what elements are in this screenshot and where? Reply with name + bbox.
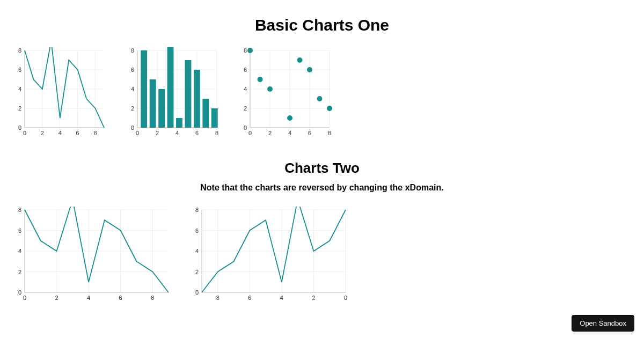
svg-text:2: 2	[195, 269, 199, 275]
svg-point-81	[307, 67, 312, 72]
chart-line-2a: 0246802468	[11, 207, 172, 303]
note-text: Note that the charts are reversed by cha…	[0, 183, 644, 193]
svg-text:2: 2	[18, 105, 21, 112]
section-title-2: Charts Two	[0, 160, 644, 177]
svg-text:6: 6	[308, 130, 311, 136]
svg-text:2: 2	[244, 105, 247, 112]
svg-text:4: 4	[131, 86, 134, 92]
svg-rect-47	[167, 47, 174, 128]
svg-text:4: 4	[288, 130, 291, 136]
chart-row-1: 0246802468 0246802468 0246802468	[0, 47, 644, 138]
svg-text:0: 0	[344, 295, 347, 301]
svg-text:2: 2	[312, 295, 315, 301]
svg-text:0: 0	[136, 130, 139, 136]
chart-line-1: 0246802468	[11, 47, 107, 138]
svg-text:8: 8	[18, 207, 21, 213]
svg-point-83	[327, 106, 332, 111]
svg-text:8: 8	[18, 47, 21, 54]
svg-text:0: 0	[18, 289, 21, 296]
svg-text:4: 4	[18, 248, 21, 254]
svg-point-75	[247, 48, 253, 53]
svg-text:8: 8	[244, 47, 247, 54]
svg-text:6: 6	[76, 130, 79, 136]
svg-text:2: 2	[41, 130, 44, 136]
svg-text:0: 0	[195, 289, 199, 296]
svg-text:8: 8	[328, 130, 331, 136]
svg-point-80	[297, 57, 303, 63]
svg-text:0: 0	[244, 124, 247, 131]
svg-text:8: 8	[131, 47, 134, 54]
svg-rect-50	[194, 70, 200, 128]
svg-text:2: 2	[156, 130, 159, 136]
svg-text:4: 4	[195, 248, 199, 254]
svg-point-77	[267, 86, 273, 92]
svg-rect-44	[141, 50, 147, 128]
section-title-1: Basic Charts One	[0, 16, 644, 34]
svg-rect-45	[150, 79, 156, 128]
svg-text:4: 4	[58, 130, 62, 136]
svg-text:6: 6	[119, 295, 122, 301]
svg-text:2: 2	[268, 130, 272, 136]
svg-point-79	[287, 115, 292, 121]
svg-text:8: 8	[93, 130, 97, 136]
svg-text:8: 8	[215, 130, 218, 136]
svg-text:6: 6	[244, 67, 247, 73]
chart-line-2b: 0246886420	[188, 207, 349, 303]
svg-text:0: 0	[248, 130, 252, 136]
svg-rect-46	[158, 89, 165, 128]
svg-text:4: 4	[280, 295, 283, 301]
svg-text:6: 6	[18, 227, 21, 234]
svg-text:0: 0	[23, 130, 26, 136]
svg-text:6: 6	[248, 295, 251, 301]
svg-text:8: 8	[151, 295, 154, 301]
svg-point-76	[258, 77, 263, 82]
svg-text:4: 4	[87, 295, 90, 301]
svg-text:2: 2	[18, 269, 21, 275]
svg-rect-49	[185, 60, 192, 128]
svg-text:6: 6	[18, 67, 21, 73]
svg-text:0: 0	[18, 124, 21, 131]
svg-text:4: 4	[18, 86, 21, 92]
svg-text:0: 0	[131, 124, 134, 131]
svg-rect-48	[176, 118, 182, 128]
svg-text:6: 6	[195, 130, 199, 136]
svg-text:2: 2	[131, 105, 134, 112]
svg-text:2: 2	[55, 295, 58, 301]
chart-scatter-1: 0246802468	[236, 47, 333, 138]
svg-rect-52	[211, 108, 218, 128]
svg-text:6: 6	[131, 67, 134, 73]
svg-text:8: 8	[216, 295, 219, 301]
svg-text:6: 6	[195, 227, 199, 234]
svg-text:4: 4	[244, 86, 247, 92]
svg-text:0: 0	[23, 295, 26, 301]
chart-bar-1: 0246802468	[123, 47, 220, 138]
svg-point-82	[317, 96, 323, 101]
svg-text:4: 4	[175, 130, 179, 136]
svg-text:8: 8	[195, 207, 199, 213]
svg-rect-51	[202, 99, 209, 128]
chart-row-2: 0246802468 0246886420	[0, 207, 644, 303]
